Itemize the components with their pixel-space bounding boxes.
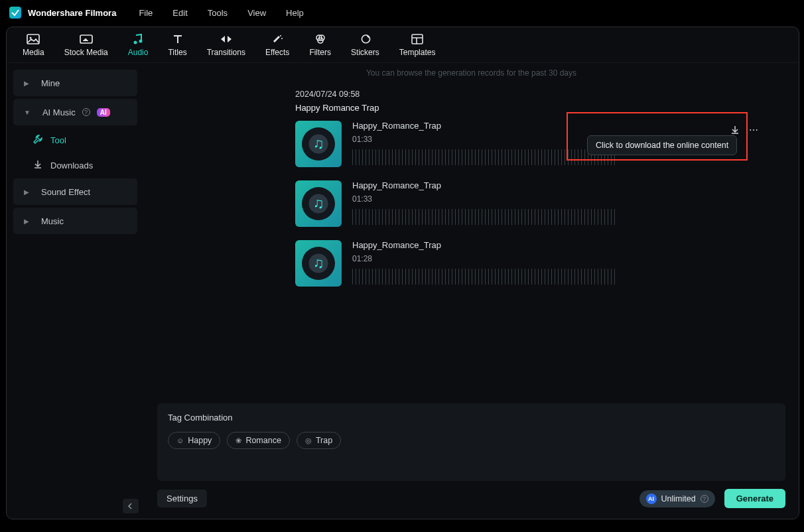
- tab-label: Templates: [399, 48, 436, 57]
- sidebar-label: Downloads: [50, 161, 93, 170]
- more-button[interactable]: ⋯: [748, 125, 759, 135]
- content-body: ▶ Mine ▼ AI Music ? AI Tool Downloads ▶ …: [7, 63, 799, 519]
- music-note-icon: ♫: [313, 135, 324, 153]
- music-note-icon: ♫: [313, 195, 324, 212]
- tag-happy[interactable]: ☺Happy: [168, 432, 220, 449]
- tag-list: ☺Happy ❀Romance ◎Trap: [168, 432, 775, 449]
- settings-button[interactable]: Settings: [157, 490, 207, 507]
- sidebar-item-ai-music[interactable]: ▼ AI Music ? AI: [13, 99, 137, 125]
- tab-media[interactable]: Media: [23, 33, 44, 57]
- generate-button[interactable]: Generate: [724, 489, 785, 508]
- tag-label: Romance: [245, 436, 281, 445]
- bottom-right: AI Unlimited ? Generate: [639, 489, 785, 508]
- svg-rect-10: [412, 34, 423, 44]
- image-icon: [27, 33, 40, 45]
- svg-point-4: [139, 39, 143, 42]
- generation-date: 2024/07/24 09:58: [295, 90, 799, 99]
- sidebar-sub-tool[interactable]: Tool: [13, 128, 137, 152]
- menu-tools[interactable]: Tools: [208, 8, 228, 18]
- track-name: Happy_Romance_Trap: [352, 121, 759, 131]
- bottom-area: Tag Combination ☺Happy ❀Romance ◎Trap Se…: [157, 403, 785, 508]
- chevron-right-icon: ▶: [24, 218, 29, 225]
- chevron-right-icon: ▶: [24, 80, 29, 87]
- ai-dot-icon: AI: [646, 494, 657, 504]
- chevron-down-icon: ▼: [24, 109, 31, 116]
- waveform: [352, 149, 618, 165]
- chevron-right-icon: ▶: [24, 188, 29, 196]
- smile-icon: ☺: [176, 436, 184, 444]
- track-row[interactable]: ♫ Happy_Romance_Trap 01:33: [295, 180, 799, 227]
- svg-point-5: [280, 35, 281, 36]
- heart-icon: ❀: [235, 436, 241, 445]
- tab-stickers[interactable]: Stickers: [351, 33, 379, 57]
- bottom-bar: Settings AI Unlimited ? Generate: [157, 481, 785, 508]
- tag-romance[interactable]: ❀Romance: [227, 432, 290, 449]
- sticker-icon: [358, 33, 371, 45]
- download-button[interactable]: [730, 125, 740, 135]
- layout-icon: [411, 33, 424, 45]
- tab-label: Media: [23, 48, 44, 57]
- menu-help[interactable]: Help: [286, 8, 304, 18]
- tab-label: Titles: [168, 48, 186, 57]
- sidebar-sub-downloads[interactable]: Downloads: [13, 153, 137, 177]
- ai-badge: AI: [97, 108, 110, 117]
- tab-titles[interactable]: Titles: [168, 33, 186, 57]
- module-tabs: Media Stock Media Audio Titles Transitio…: [7, 27, 799, 63]
- music-note-icon: ♫: [313, 255, 324, 272]
- svg-point-3: [134, 40, 137, 44]
- music-note-icon: [131, 33, 145, 45]
- app-logo: [9, 7, 21, 19]
- tab-stock-media[interactable]: Stock Media: [64, 33, 108, 57]
- sidebar-label: Music: [41, 216, 64, 226]
- tab-label: Effects: [265, 48, 289, 57]
- tab-filters[interactable]: Filters: [309, 33, 331, 57]
- tab-label: Stickers: [351, 48, 379, 57]
- track-thumbnail: ♫: [295, 240, 342, 287]
- tag-trap[interactable]: ◎Trap: [297, 432, 341, 449]
- sidebar-item-sound-effect[interactable]: ▶ Sound Effect: [13, 178, 137, 205]
- menu: File Edit Tools View Help: [139, 8, 303, 18]
- tab-audio[interactable]: Audio: [128, 33, 149, 57]
- svg-point-6: [281, 38, 283, 39]
- download-tooltip: Click to download the online content: [587, 135, 737, 155]
- filters-icon: [314, 33, 327, 45]
- tag-label: Happy: [188, 436, 212, 445]
- sidebar-item-mine[interactable]: ▶ Mine: [13, 70, 137, 96]
- menu-view[interactable]: View: [247, 8, 266, 18]
- tab-effects[interactable]: Effects: [265, 33, 289, 57]
- menu-file[interactable]: File: [139, 8, 153, 18]
- unlimited-label: Unlimited: [661, 494, 696, 503]
- workspace-frame: Media Stock Media Audio Titles Transitio…: [6, 27, 799, 519]
- waveform: [352, 209, 618, 225]
- sidebar-label: AI Music: [42, 107, 76, 117]
- menu-edit[interactable]: Edit: [172, 8, 187, 18]
- help-icon[interactable]: ?: [82, 108, 90, 116]
- tab-label: Audio: [128, 48, 149, 57]
- sidebar-label: Tool: [50, 135, 66, 145]
- genre-icon: ◎: [305, 436, 312, 445]
- cloud-icon: [80, 33, 93, 45]
- tool-icon: [33, 135, 42, 146]
- tab-templates[interactable]: Templates: [399, 33, 436, 57]
- sidebar-item-music[interactable]: ▶ Music: [13, 208, 137, 234]
- help-icon[interactable]: ?: [701, 495, 708, 503]
- unlimited-badge[interactable]: AI Unlimited ?: [639, 490, 715, 507]
- generation-group-header: 2024/07/24 09:58 Happy Romance Trap: [144, 78, 799, 113]
- waveform: [352, 269, 618, 285]
- tab-label: Filters: [309, 48, 331, 57]
- svg-rect-0: [27, 34, 39, 44]
- tag-combination-panel: Tag Combination ☺Happy ❀Romance ◎Trap: [157, 403, 785, 481]
- track-info: Happy_Romance_Trap 01:28: [352, 240, 799, 285]
- sparkle-icon: [271, 33, 284, 45]
- collapse-sidebar-button[interactable]: [123, 499, 139, 513]
- download-icon: [33, 160, 42, 171]
- track-row[interactable]: ♫ Happy_Romance_Trap 01:28: [295, 240, 799, 287]
- sidebar: ▶ Mine ▼ AI Music ? AI Tool Downloads ▶ …: [7, 63, 144, 519]
- track-name: Happy_Romance_Trap: [352, 240, 759, 250]
- text-icon: [171, 33, 184, 45]
- tab-label: Transitions: [207, 48, 245, 57]
- tag-section-title: Tag Combination: [168, 413, 775, 423]
- track-duration: 01:28: [352, 250, 759, 263]
- track-actions: ⋯: [730, 125, 759, 135]
- tab-transitions[interactable]: Transitions: [207, 33, 245, 57]
